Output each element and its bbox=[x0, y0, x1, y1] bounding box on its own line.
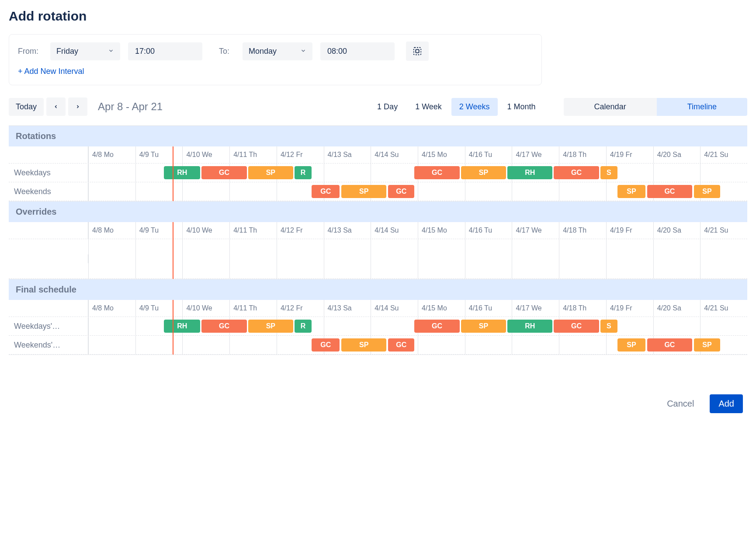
view-timeline[interactable]: Timeline bbox=[657, 98, 747, 116]
label-col-spacer bbox=[9, 222, 88, 239]
chevron-down-icon bbox=[108, 47, 114, 56]
date-header-cell: 4/14 Su bbox=[371, 146, 418, 163]
track: GCSPGCSPGCSP bbox=[88, 182, 747, 201]
date-header-cell: 4/9 Tu bbox=[135, 300, 183, 317]
schedule-bar[interactable]: RH bbox=[164, 320, 200, 333]
date-header-cell: 4/12 Fr bbox=[277, 146, 324, 163]
date-header-cell: 4/14 Su bbox=[371, 300, 418, 317]
date-header-cell: 4/18 Th bbox=[559, 300, 606, 317]
schedule-bar[interactable]: GC bbox=[647, 185, 692, 198]
schedule-bar[interactable]: RH bbox=[507, 166, 552, 179]
timeline-toolbar: Today Apr 8 - Apr 21 1 Day 1 Week 2 Week… bbox=[9, 97, 747, 116]
date-header-cell: 4/11 Th bbox=[229, 222, 277, 239]
section-grid: 4/8 Mo4/9 Tu4/10 We4/11 Th4/12 Fr4/13 Sa… bbox=[9, 222, 747, 279]
cancel-button[interactable]: Cancel bbox=[660, 394, 701, 413]
section-header: Rotations bbox=[9, 126, 747, 146]
next-button[interactable] bbox=[68, 97, 87, 116]
to-label: To: bbox=[219, 47, 235, 56]
date-header-cell: 4/19 Fr bbox=[606, 146, 653, 163]
range-1week[interactable]: 1 Week bbox=[407, 98, 450, 116]
schedule-bar[interactable]: SP bbox=[248, 166, 293, 179]
track-row: Weekdays RHGCSPRGCSPRHGCS bbox=[9, 164, 747, 182]
range-1day[interactable]: 1 Day bbox=[369, 98, 406, 116]
schedule-bar[interactable]: R bbox=[295, 166, 312, 179]
date-header-row: 4/8 Mo4/9 Tu4/10 We4/11 Th4/12 Fr4/13 Sa… bbox=[9, 222, 747, 239]
track-label: Weekends bbox=[9, 183, 88, 201]
schedule-bar[interactable]: SP bbox=[461, 166, 506, 179]
chevron-down-icon bbox=[300, 47, 306, 56]
schedule-bar[interactable]: GC bbox=[312, 338, 340, 352]
schedule-bar[interactable]: RH bbox=[507, 320, 552, 333]
svg-rect-0 bbox=[414, 48, 421, 55]
schedule-bar[interactable]: GC bbox=[554, 320, 599, 333]
view-calendar[interactable]: Calendar bbox=[564, 98, 657, 116]
schedule-bar[interactable]: GC bbox=[312, 185, 340, 198]
schedule-bar[interactable]: GC bbox=[647, 338, 692, 352]
track: RHGCSPRGCSPRHGCS bbox=[88, 164, 747, 182]
schedule-bar[interactable]: GC bbox=[201, 166, 246, 179]
template-icon-button[interactable] bbox=[406, 42, 429, 61]
schedule-bar[interactable]: SP bbox=[694, 185, 720, 198]
schedule-bar[interactable]: SP bbox=[617, 338, 645, 352]
date-header-cell: 4/16 Tu bbox=[465, 146, 512, 163]
date-header-cell: 4/10 We bbox=[182, 300, 229, 317]
schedule-bar[interactable]: GC bbox=[414, 166, 459, 179]
schedule-bar[interactable]: SP bbox=[694, 338, 720, 352]
to-time-input[interactable]: 08:00 bbox=[320, 42, 395, 60]
to-time-value: 08:00 bbox=[327, 47, 347, 56]
section-header: Overrides bbox=[9, 202, 747, 222]
track-label: Weekdays'… bbox=[9, 317, 88, 335]
to-day-select[interactable]: Monday bbox=[243, 42, 312, 60]
track: RHGCSPRGCSPRHGCS bbox=[88, 317, 747, 335]
date-header-cell: 4/20 Sa bbox=[653, 222, 701, 239]
date-header-cells: 4/8 Mo4/9 Tu4/10 We4/11 Th4/12 Fr4/13 Sa… bbox=[88, 300, 747, 317]
add-new-interval-link[interactable]: + Add New Interval bbox=[18, 67, 84, 76]
range-1month[interactable]: 1 Month bbox=[499, 98, 544, 116]
schedule-bar[interactable]: GC bbox=[554, 166, 599, 179]
track-row-empty bbox=[9, 239, 747, 279]
from-day-select[interactable]: Friday bbox=[50, 42, 120, 60]
date-header-cell: 4/21 Su bbox=[700, 300, 747, 317]
schedule-bar[interactable]: SP bbox=[341, 185, 386, 198]
schedule-bar[interactable]: GC bbox=[201, 320, 246, 333]
chevron-right-icon bbox=[75, 104, 80, 110]
schedule-bar[interactable]: SP bbox=[617, 185, 645, 198]
date-range-label: Apr 8 - Apr 21 bbox=[98, 101, 163, 113]
track-label: Weekends'… bbox=[9, 336, 88, 354]
schedule-bar[interactable]: GC bbox=[414, 320, 459, 333]
from-day-value: Friday bbox=[56, 47, 78, 56]
date-header-cell: 4/19 Fr bbox=[606, 300, 653, 317]
section-grid: 4/8 Mo4/9 Tu4/10 We4/11 Th4/12 Fr4/13 Sa… bbox=[9, 146, 747, 202]
from-time-input[interactable]: 17:00 bbox=[128, 42, 202, 60]
date-header-cell: 4/21 Su bbox=[700, 222, 747, 239]
track-label: Weekdays bbox=[9, 164, 88, 182]
schedule-bar[interactable]: GC bbox=[388, 338, 414, 352]
date-header-cell: 4/13 Sa bbox=[324, 300, 371, 317]
track-row: Weekdays'… RHGCSPRGCSPRHGCS bbox=[9, 317, 747, 336]
schedule-bar[interactable]: SP bbox=[461, 320, 506, 333]
date-header-cell: 4/15 Mo bbox=[418, 222, 465, 239]
date-header-cell: 4/18 Th bbox=[559, 222, 606, 239]
schedule-bar[interactable]: R bbox=[295, 320, 312, 333]
schedule-bar[interactable]: S bbox=[600, 166, 617, 179]
schedule-bar[interactable]: RH bbox=[164, 166, 200, 179]
date-header-cell: 4/9 Tu bbox=[135, 146, 183, 163]
interval-row: From: Friday 17:00 To: Monday 08:00 bbox=[18, 42, 533, 61]
date-header-cell: 4/21 Su bbox=[700, 146, 747, 163]
schedule-bar[interactable]: SP bbox=[341, 338, 386, 352]
range-2weeks[interactable]: 2 Weeks bbox=[451, 98, 498, 116]
schedule-bar[interactable]: S bbox=[600, 320, 617, 333]
schedule-bar[interactable]: SP bbox=[248, 320, 293, 333]
date-header-cell: 4/20 Sa bbox=[653, 146, 701, 163]
label-col-spacer bbox=[9, 146, 88, 163]
date-header-cell: 4/17 We bbox=[512, 146, 559, 163]
date-header-cell: 4/8 Mo bbox=[88, 146, 135, 163]
schedule-bar[interactable]: GC bbox=[388, 185, 414, 198]
today-button[interactable]: Today bbox=[9, 98, 44, 116]
prev-button[interactable] bbox=[46, 97, 66, 116]
date-header-cell: 4/8 Mo bbox=[88, 222, 135, 239]
section-header: Final schedule bbox=[9, 279, 747, 300]
add-button[interactable]: Add bbox=[710, 394, 743, 413]
date-header-cell: 4/10 We bbox=[182, 146, 229, 163]
range-segmented-control: 1 Day 1 Week 2 Weeks 1 Month bbox=[369, 98, 543, 116]
